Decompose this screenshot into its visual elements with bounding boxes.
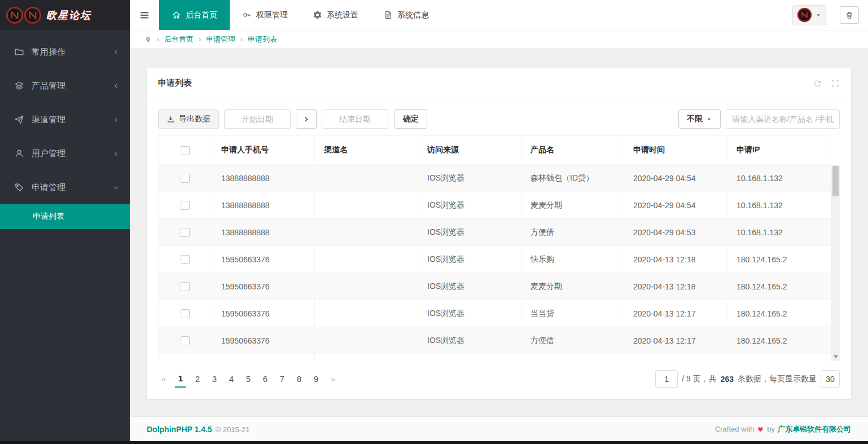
home-icon (172, 10, 181, 20)
key-icon (242, 10, 252, 20)
scrollbar-thumb[interactable] (832, 166, 839, 196)
date-range-button[interactable] (296, 109, 317, 129)
cell-product: 麦麦分期 (521, 273, 624, 300)
row-checkbox[interactable] (181, 228, 190, 237)
select-all-checkbox[interactable] (181, 146, 190, 155)
sidebar-item-users[interactable]: 用户管理 (0, 137, 130, 170)
heart-icon (757, 425, 764, 433)
logo-icon (24, 6, 42, 24)
cell-source: IOS浏览器 (418, 192, 521, 219)
row-checkbox[interactable] (181, 255, 190, 264)
pagination: « 1 2 3 4 5 6 7 8 9 » (158, 371, 339, 388)
pagination-page-3[interactable]: 3 (209, 371, 220, 388)
logo-icon (6, 6, 24, 24)
sidebar-item-products[interactable]: 产品管理 (0, 69, 130, 103)
row-checkbox[interactable] (181, 336, 190, 345)
search-input[interactable] (726, 109, 840, 129)
sidebar-item-label: 用户管理 (32, 148, 65, 159)
cell-time: 2020-04-29 04:54 (624, 192, 727, 219)
end-date-input[interactable] (322, 109, 388, 129)
page-number-input[interactable] (655, 370, 678, 388)
confirm-button[interactable]: 确定 (394, 109, 427, 129)
cell-phone: 13888888888 (212, 165, 315, 192)
table-row: 13888888888 IOS浏览器 森林钱包（ID贷） 2020-04-29 … (159, 165, 831, 192)
cell-ip: 10.168.1.132 (727, 165, 831, 192)
table-row: 15950663376 IOS浏览器 方便借 2020-04-13 12:17 … (159, 327, 831, 354)
pagination-page-1[interactable]: 1 (175, 371, 186, 388)
start-date-input[interactable] (224, 109, 291, 129)
hamburger-icon[interactable] (130, 0, 159, 30)
trash-button[interactable] (840, 6, 859, 24)
card-tools (813, 79, 840, 88)
sidebar-item-common-ops[interactable]: 常用操作 (0, 35, 130, 69)
cell-time: 2020-04-29 04:53 (624, 219, 727, 246)
sidebar-item-label: 产品管理 (32, 81, 65, 91)
breadcrumb-link-applications[interactable]: 申请管理 (206, 34, 235, 45)
tab-label: 系统设置 (327, 10, 358, 20)
pagination-page-7[interactable]: 7 (277, 371, 288, 388)
cell-channel (315, 165, 418, 192)
page-size-input[interactable] (821, 370, 840, 388)
sidebar-item-channels[interactable]: 渠道管理 (0, 103, 130, 137)
export-data-button[interactable]: 导出数据 (158, 109, 219, 129)
row-checkbox[interactable] (181, 309, 190, 318)
card-header: 申请列表 (147, 68, 851, 99)
pagination-next[interactable]: » (327, 371, 339, 388)
refresh-icon[interactable] (813, 79, 822, 88)
toolbar: 导出数据 确定 (158, 109, 840, 129)
cell-phone: 13888888888 (212, 192, 315, 219)
chevron-left-icon (112, 82, 120, 90)
tab-settings[interactable]: 系统设置 (300, 0, 371, 30)
cell-phone: 15950663376 (212, 246, 315, 273)
expand-icon[interactable] (831, 79, 840, 88)
pagination-info: / 9 页，共 263 条数据，每页显示数量 (655, 370, 840, 388)
pagination-page-8[interactable]: 8 (293, 371, 305, 388)
row-checkbox[interactable] (181, 201, 190, 210)
pagination-page-6[interactable]: 6 (260, 371, 271, 388)
pagination-page-2[interactable]: 2 (192, 371, 203, 388)
cell-time: 2020-04-13 12:18 (624, 246, 727, 273)
breadcrumb-link-application-list[interactable]: 申请列表 (248, 34, 277, 45)
table-row: 15950663376 IOS浏览器 当当贷 2020-04-13 12:17 … (159, 300, 831, 327)
row-checkbox[interactable] (181, 282, 190, 291)
vertical-scrollbar[interactable] (831, 165, 840, 361)
pagination-page-9[interactable]: 9 (310, 371, 322, 388)
pagination-page-4[interactable]: 4 (226, 371, 237, 388)
cell-product: 森林钱包（ID贷） (521, 165, 624, 192)
column-header: 访问来源 (418, 136, 521, 165)
breadcrumb-link-home[interactable]: 后台首页 (164, 34, 194, 45)
tab-permission[interactable]: 权限管理 (230, 0, 300, 30)
cell-time: 2020-04-13 12:17 (624, 327, 727, 354)
application-list-card: 申请列表 (147, 68, 851, 399)
column-header: 申请IP (727, 136, 831, 165)
cell-source: IOS浏览器 (418, 246, 521, 273)
cell-channel (315, 273, 418, 300)
footer-company-link[interactable]: 广东卓锐软件有限公司 (778, 424, 851, 434)
row-checkbox[interactable] (181, 174, 190, 183)
sidebar-subitem-application-list[interactable]: 申请列表 (0, 204, 130, 229)
pagination-page-5[interactable]: 5 (243, 371, 254, 388)
tab-home[interactable]: 后台首页 (159, 0, 230, 30)
filter-dropdown[interactable]: 不限 (678, 109, 721, 129)
scroll-down-arrow-icon[interactable] (831, 353, 840, 361)
top-navigation: 后台首页 权限管理 系统设置 系统信息 (130, 0, 868, 30)
footer-by-text: by (767, 425, 775, 433)
footer-crafted-text: Crafted with (715, 425, 754, 433)
footer-brand-link[interactable]: DolphinPHP 1.4.5 (147, 425, 212, 434)
breadcrumb-separator: › (157, 36, 159, 43)
cell-time: 2020-04-13 12:17 (624, 300, 727, 327)
user-menu-dropdown[interactable] (792, 5, 826, 25)
cell-channel (315, 246, 418, 273)
gear-icon (313, 10, 322, 20)
pagination-prev[interactable]: « (158, 371, 169, 388)
tag-icon (14, 182, 24, 192)
table-row: 13888888888 IOS浏览器 方便借 2020-04-29 04:53 … (159, 219, 831, 246)
tab-sysinfo[interactable]: 系统信息 (371, 0, 441, 30)
cell-phone: 15950663376 (212, 273, 315, 300)
sidebar-item-applications[interactable]: 申请管理 (0, 170, 130, 204)
sidebar-subitem-label: 申请列表 (33, 212, 64, 222)
table-row: 15950663376 IOS浏览器 快乐购 2020-04-13 12:18 … (159, 246, 831, 273)
table-header-row: 申请人手机号 渠道名 访问来源 产品名 申请时间 申请IP (159, 136, 831, 165)
chevron-left-icon (112, 49, 120, 56)
pagination-info-prefix: / 9 页，共 (682, 374, 716, 384)
